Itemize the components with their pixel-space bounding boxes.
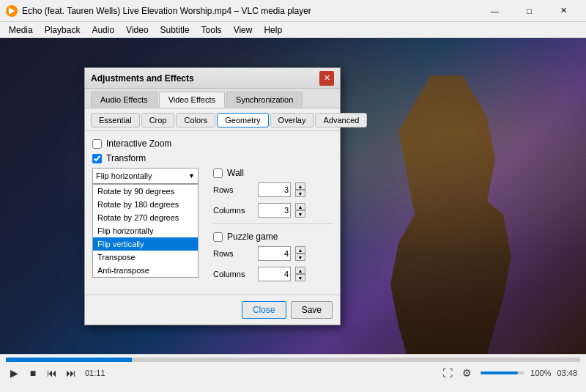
dialog-footer: Close Save xyxy=(85,295,340,325)
subtab-overlay[interactable]: Overlay xyxy=(270,113,314,127)
subtab-crop[interactable]: Crop xyxy=(141,113,175,127)
dropdown-current-value: Flip horizontally xyxy=(96,171,152,180)
wall-columns-label: Columns xyxy=(213,206,253,215)
transform-row: Transform xyxy=(92,153,333,163)
dropdown-display[interactable]: Flip horizontally ▼ xyxy=(92,168,199,184)
puzzle-rows-label: Rows xyxy=(213,249,253,258)
dropdown-option-0[interactable]: Rotate by 90 degrees xyxy=(93,185,198,198)
wall-rows-label: Rows xyxy=(213,185,253,194)
puzzle-rows-up-button[interactable]: ▲ xyxy=(295,246,305,254)
puzzle-game-label[interactable]: Puzzle game xyxy=(227,232,278,242)
subtab-essential[interactable]: Essential xyxy=(91,113,140,127)
wall-rows-down-button[interactable]: ▼ xyxy=(295,190,305,197)
adjustments-effects-dialog: Adjustments and Effects ✕ Audio Effects … xyxy=(84,67,341,325)
menu-view[interactable]: View xyxy=(228,22,259,38)
prev-button[interactable]: ⏮ xyxy=(44,365,60,381)
save-button[interactable]: Save xyxy=(291,301,333,319)
subtab-geometry[interactable]: Geometry xyxy=(217,113,268,127)
puzzle-game-section: Puzzle game Rows ▲ ▼ Columns xyxy=(213,232,333,281)
puzzle-rows-spinners: ▲ ▼ xyxy=(295,246,305,261)
volume-slider[interactable] xyxy=(481,371,524,374)
menu-bar: Media Playback Audio Video Subtitle Tool… xyxy=(0,22,586,38)
tab-audio-effects[interactable]: Audio Effects xyxy=(91,92,157,108)
wall-checkbox-row: Wall xyxy=(213,168,333,178)
wall-columns-row: Columns ▲ ▼ xyxy=(213,203,333,218)
dropdown-option-1[interactable]: Rotate by 180 degrees xyxy=(93,198,198,211)
puzzle-columns-down-button[interactable]: ▼ xyxy=(295,274,305,281)
window-title: Echo (feat. Tauren Wells) Live Elevation… xyxy=(22,6,478,16)
progress-bar-fill xyxy=(6,358,132,362)
interactive-zoom-checkbox[interactable] xyxy=(92,139,102,149)
geometry-content: Flip horizontally ▼ Rotate by 90 degrees… xyxy=(92,168,333,287)
maximize-button[interactable]: □ xyxy=(513,0,546,22)
stop-button[interactable]: ■ xyxy=(25,365,41,381)
wall-rows-input[interactable] xyxy=(258,182,291,197)
volume-percentage: 100% xyxy=(530,369,551,377)
puzzle-columns-row: Columns ▲ ▼ xyxy=(213,267,333,281)
bottom-controls: ▶ ■ ⏮ ⏭ 01:11 ⛶ ⚙ 100% 03:48 xyxy=(0,354,586,392)
main-tab-bar: Audio Effects Video Effects Synchronizat… xyxy=(85,89,340,108)
wall-columns-up-button[interactable]: ▲ xyxy=(295,203,305,210)
next-button[interactable]: ⏭ xyxy=(63,365,79,381)
minimize-button[interactable]: — xyxy=(478,0,511,22)
subtab-colors[interactable]: Colors xyxy=(176,113,215,127)
wall-columns-input[interactable] xyxy=(258,203,291,218)
wall-label[interactable]: Wall xyxy=(227,168,244,178)
menu-playback[interactable]: Playback xyxy=(39,22,86,38)
settings-button[interactable]: ⚙ xyxy=(459,365,475,381)
window-controls: — □ ✕ xyxy=(478,0,580,22)
puzzle-columns-spinners: ▲ ▼ xyxy=(295,267,305,281)
menu-tools[interactable]: Tools xyxy=(196,22,228,38)
wall-rows-spinners: ▲ ▼ xyxy=(295,182,305,197)
close-window-button[interactable]: ✕ xyxy=(547,0,580,22)
dropdown-option-6[interactable]: Anti-transpose xyxy=(93,264,198,277)
puzzle-rows-row: Rows ▲ ▼ xyxy=(213,246,333,261)
wall-columns-spinners: ▲ ▼ xyxy=(295,203,305,218)
menu-audio[interactable]: Audio xyxy=(86,22,120,38)
dialog-title-bar: Adjustments and Effects ✕ xyxy=(85,68,340,89)
dropdown-option-4[interactable]: Flip vertically xyxy=(93,237,198,251)
svg-marker-0 xyxy=(9,7,15,15)
dialog-overlay: Adjustments and Effects ✕ Audio Effects … xyxy=(0,38,586,354)
dropdown-option-2[interactable]: Rotate by 270 degrees xyxy=(93,211,198,224)
puzzle-rows-input[interactable] xyxy=(258,246,291,261)
interactive-zoom-label[interactable]: Interactive Zoom xyxy=(106,138,171,149)
puzzle-game-checkbox[interactable] xyxy=(213,232,223,242)
dropdown-list: Rotate by 90 degrees Rotate by 180 degre… xyxy=(92,184,199,278)
puzzle-rows-down-button[interactable]: ▼ xyxy=(295,254,305,261)
puzzle-columns-input[interactable] xyxy=(258,267,291,281)
transform-dropdown-container: Flip horizontally ▼ Rotate by 90 degrees… xyxy=(92,168,199,184)
wall-columns-down-button[interactable]: ▼ xyxy=(295,210,305,218)
puzzle-columns-label: Columns xyxy=(213,270,253,278)
dialog-body: Interactive Zoom Transform Flip horizont… xyxy=(85,131,340,295)
fullscreen-button[interactable]: ⛶ xyxy=(440,365,456,381)
left-panel: Flip horizontally ▼ Rotate by 90 degrees… xyxy=(92,168,206,287)
progress-bar-container[interactable] xyxy=(6,358,580,362)
volume-fill xyxy=(481,371,518,374)
play-pause-button[interactable]: ▶ xyxy=(6,365,22,381)
close-button[interactable]: Close xyxy=(242,301,286,319)
subtab-advanced[interactable]: Advanced xyxy=(315,113,367,127)
controls-row: ▶ ■ ⏮ ⏭ 01:11 ⛶ ⚙ 100% 03:48 xyxy=(0,362,586,384)
puzzle-checkbox-row: Puzzle game xyxy=(213,232,333,242)
time-remaining: 03:48 xyxy=(557,369,577,377)
transform-checkbox[interactable] xyxy=(92,154,102,163)
dropdown-option-5[interactable]: Transpose xyxy=(93,251,198,264)
tab-video-effects[interactable]: Video Effects xyxy=(159,92,225,108)
title-bar: Echo (feat. Tauren Wells) Live Elevation… xyxy=(0,0,586,22)
menu-subtitle[interactable]: Subtitle xyxy=(155,22,196,38)
wall-checkbox[interactable] xyxy=(213,169,223,178)
menu-video[interactable]: Video xyxy=(120,22,154,38)
menu-media[interactable]: Media xyxy=(3,22,39,38)
section-divider xyxy=(213,223,333,224)
puzzle-columns-up-button[interactable]: ▲ xyxy=(295,267,305,274)
dropdown-arrow-icon: ▼ xyxy=(188,172,195,180)
dialog-close-x-button[interactable]: ✕ xyxy=(319,71,334,86)
tab-synchronization[interactable]: Synchronization xyxy=(226,92,303,108)
dropdown-option-3[interactable]: Flip horizontally xyxy=(93,224,198,237)
sub-tab-bar: Essential Crop Colors Geometry Overlay A… xyxy=(85,108,340,131)
time-elapsed: 01:11 xyxy=(85,369,105,377)
wall-rows-up-button[interactable]: ▲ xyxy=(295,182,305,190)
menu-help[interactable]: Help xyxy=(258,22,288,38)
transform-label[interactable]: Transform xyxy=(106,153,146,163)
